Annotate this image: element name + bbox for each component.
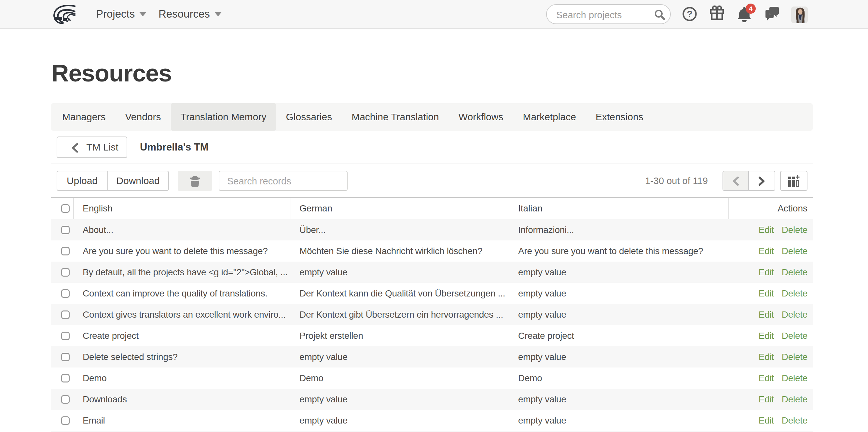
svg-text:?: ?: [687, 9, 692, 19]
